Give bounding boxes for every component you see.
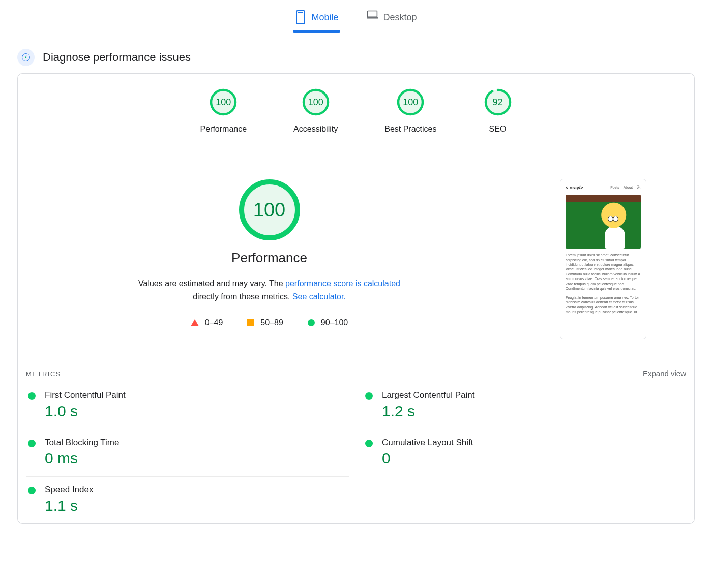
- legend-average: 50–89: [247, 318, 283, 327]
- gauge-performance[interactable]: 100 Performance: [200, 88, 247, 134]
- tab-desktop-label: Desktop: [383, 12, 417, 23]
- gauge-ring: 92: [484, 88, 512, 116]
- svg-rect-3: [367, 17, 378, 18]
- metric-total-blocking-time: Total Blocking Time 0 ms: [26, 429, 349, 476]
- metrics-grid: First Contentful Paint 1.0 s Largest Con…: [26, 382, 686, 523]
- preview-nav: Posts About: [610, 185, 641, 190]
- gauge-ring: 100: [302, 88, 330, 116]
- gauge-label: Best Practices: [384, 125, 436, 134]
- performance-description: Values are estimated and may vary. The p…: [132, 277, 407, 303]
- metric-name: First Contentful Paint: [45, 390, 126, 400]
- performance-score: 100: [239, 179, 301, 241]
- gauge-score: 92: [484, 88, 512, 116]
- rss-icon: [637, 185, 641, 190]
- metric-value: 1.2 s: [382, 403, 474, 420]
- performance-detail: 100 Performance Values are estimated and…: [23, 179, 689, 339]
- tab-mobile[interactable]: Mobile: [293, 7, 340, 33]
- legend-pass: 90–100: [308, 318, 348, 327]
- link-see-calculator[interactable]: See calculator.: [292, 292, 346, 301]
- link-score-calculated[interactable]: performance score is calculated: [285, 279, 400, 288]
- tab-desktop[interactable]: Desktop: [365, 7, 419, 33]
- metric-name: Cumulative Layout Shift: [382, 438, 473, 448]
- metrics-label: METRICS: [26, 370, 61, 378]
- svg-rect-1: [298, 12, 303, 13]
- metric-speed-index: Speed Index 1.1 s: [26, 476, 349, 523]
- section-header: Diagnose performance issues: [17, 49, 712, 66]
- status-dot-icon: [28, 392, 36, 400]
- tab-mobile-label: Mobile: [311, 12, 338, 23]
- status-dot-icon: [28, 487, 36, 494]
- gauge-label: Accessibility: [293, 125, 338, 134]
- report-card: 100 Performance 100 Accessibility 100 Be…: [17, 73, 695, 524]
- gauge-ring: 100: [209, 88, 238, 116]
- status-dot-icon: [365, 440, 373, 447]
- device-tabs: Mobile Desktop: [0, 0, 712, 33]
- status-dot-icon: [365, 392, 373, 400]
- gauge-score: 100: [209, 88, 238, 116]
- performance-title: Performance: [31, 250, 508, 266]
- gauge-score: 100: [302, 88, 330, 116]
- mobile-icon: [295, 10, 306, 24]
- gauge-ring: 100: [396, 88, 425, 116]
- metrics-header: METRICS Expand view: [26, 369, 686, 378]
- expand-view-button[interactable]: Expand view: [643, 369, 686, 378]
- legend-fail: 0–49: [191, 318, 223, 327]
- gauge-label: SEO: [484, 125, 512, 134]
- metric-value: 0 ms: [45, 450, 119, 467]
- metric-value: 1.0 s: [45, 403, 126, 420]
- score-legend: 0–49 50–89 90–100: [31, 318, 508, 327]
- desktop-icon: [367, 10, 378, 24]
- metric-name: Total Blocking Time: [45, 438, 119, 448]
- svg-point-16: [637, 188, 638, 189]
- svg-point-5: [25, 57, 26, 58]
- page-preview: < nray/> Posts About Lorem ipsum dolor s…: [560, 179, 646, 339]
- performance-gauge-large: 100: [239, 179, 301, 241]
- preview-para-2: Feugiat in fermentum posuere urna nec. T…: [566, 295, 641, 315]
- gauge-label: Performance: [200, 125, 247, 134]
- gauge-best-practices[interactable]: 100 Best Practices: [384, 88, 436, 134]
- metric-name: Largest Contentful Paint: [382, 390, 474, 400]
- metric-largest-contentful-paint: Largest Contentful Paint 1.2 s: [363, 382, 686, 429]
- gauge-score: 100: [396, 88, 425, 116]
- preview-logo: < nray/>: [566, 184, 583, 191]
- gauge-row: 100 Performance 100 Accessibility 100 Be…: [23, 85, 689, 148]
- gauge-accessibility[interactable]: 100 Accessibility: [293, 88, 338, 134]
- preview-hero-image: [566, 195, 641, 249]
- triangle-icon: [191, 319, 199, 326]
- preview-para-1: Lorem ipsum dolor sit amet, consectetur …: [566, 253, 641, 291]
- metric-name: Speed Index: [45, 485, 93, 495]
- square-icon: [247, 319, 254, 326]
- metric-value: 1.1 s: [45, 497, 93, 514]
- gauge-seo[interactable]: 92 SEO: [484, 88, 512, 134]
- section-title: Diagnose performance issues: [43, 51, 191, 64]
- metric-value: 0: [382, 450, 473, 467]
- status-dot-icon: [28, 440, 36, 447]
- compass-icon: [17, 49, 35, 66]
- circle-icon: [308, 319, 315, 326]
- metric-cumulative-layout-shift: Cumulative Layout Shift 0: [363, 429, 686, 476]
- svg-rect-2: [368, 11, 377, 17]
- metric-first-contentful-paint: First Contentful Paint 1.0 s: [26, 382, 349, 429]
